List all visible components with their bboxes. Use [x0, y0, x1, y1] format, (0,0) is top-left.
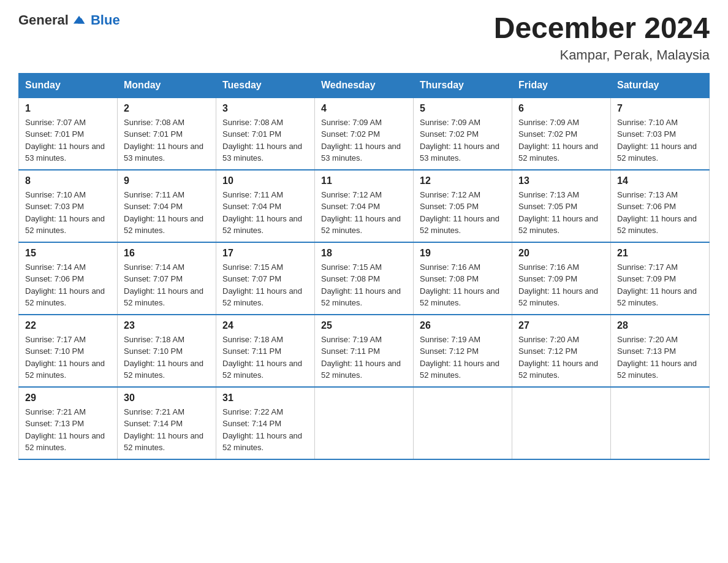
calendar-day-cell: 26 Sunrise: 7:19 AM Sunset: 7:12 PM Dayl…: [414, 315, 512, 387]
sunrise-label: Sunrise: 7:09 AM: [518, 118, 579, 127]
daylight-label: Daylight: 11 hours and 52 minutes.: [321, 214, 401, 236]
sunrise-label: Sunrise: 7:17 AM: [25, 335, 86, 344]
daylight-label: Daylight: 11 hours and 52 minutes.: [25, 431, 105, 453]
daylight-label: Daylight: 11 hours and 52 minutes.: [222, 286, 302, 308]
calendar-day-header: Saturday: [611, 73, 710, 98]
calendar-day-cell: 17 Sunrise: 7:15 AM Sunset: 7:07 PM Dayl…: [216, 242, 315, 315]
daylight-label: Daylight: 11 hours and 52 minutes.: [518, 286, 598, 308]
sunrise-label: Sunrise: 7:20 AM: [617, 335, 678, 344]
calendar-day-cell: 12 Sunrise: 7:12 AM Sunset: 7:05 PM Dayl…: [414, 170, 512, 242]
calendar-day-cell: [414, 387, 512, 459]
day-number: 22: [25, 320, 111, 331]
calendar-day-cell: 5 Sunrise: 7:09 AM Sunset: 7:02 PM Dayli…: [414, 98, 512, 170]
calendar-day-cell: 13 Sunrise: 7:13 AM Sunset: 7:05 PM Dayl…: [512, 170, 611, 242]
calendar-day-cell: 27 Sunrise: 7:20 AM Sunset: 7:12 PM Dayl…: [512, 315, 611, 387]
day-info: Sunrise: 7:09 AM Sunset: 7:02 PM Dayligh…: [321, 117, 407, 164]
sunrise-label: Sunrise: 7:17 AM: [617, 262, 678, 272]
day-number: 6: [518, 103, 604, 114]
day-info: Sunrise: 7:12 AM Sunset: 7:04 PM Dayligh…: [321, 189, 407, 237]
logo-blue: Blue: [91, 12, 120, 28]
sunrise-label: Sunrise: 7:09 AM: [420, 118, 480, 127]
calendar-day-cell: 20 Sunrise: 7:16 AM Sunset: 7:09 PM Dayl…: [512, 242, 611, 315]
day-number: 27: [518, 320, 604, 331]
sunset-label: Sunset: 7:01 PM: [124, 129, 183, 139]
calendar-day-cell: 31 Sunrise: 7:22 AM Sunset: 7:14 PM Dayl…: [216, 387, 315, 459]
title-block: December 2024 Kampar, Perak, Malaysia: [494, 12, 710, 63]
calendar-day-header: Monday: [118, 73, 216, 98]
calendar-day-cell: 23 Sunrise: 7:18 AM Sunset: 7:10 PM Dayl…: [118, 315, 216, 387]
day-info: Sunrise: 7:18 AM Sunset: 7:11 PM Dayligh…: [222, 334, 308, 381]
day-info: Sunrise: 7:14 AM Sunset: 7:06 PM Dayligh…: [25, 261, 111, 309]
day-info: Sunrise: 7:08 AM Sunset: 7:01 PM Dayligh…: [222, 117, 308, 164]
day-number: 10: [222, 175, 308, 186]
day-number: 29: [25, 393, 111, 404]
day-info: Sunrise: 7:20 AM Sunset: 7:12 PM Dayligh…: [518, 334, 604, 381]
day-info: Sunrise: 7:09 AM Sunset: 7:02 PM Dayligh…: [420, 117, 506, 164]
sunrise-label: Sunrise: 7:18 AM: [124, 335, 184, 344]
day-info: Sunrise: 7:22 AM Sunset: 7:14 PM Dayligh…: [222, 406, 308, 454]
calendar-day-cell: 21 Sunrise: 7:17 AM Sunset: 7:09 PM Dayl…: [611, 242, 710, 315]
sunset-label: Sunset: 7:02 PM: [518, 129, 577, 139]
daylight-label: Daylight: 11 hours and 52 minutes.: [617, 214, 697, 236]
sunset-label: Sunset: 7:06 PM: [617, 202, 676, 211]
day-number: 3: [222, 103, 308, 114]
sunset-label: Sunset: 7:04 PM: [222, 202, 281, 211]
sunrise-label: Sunrise: 7:07 AM: [25, 118, 86, 127]
day-info: Sunrise: 7:14 AM Sunset: 7:07 PM Dayligh…: [124, 261, 210, 309]
daylight-label: Daylight: 11 hours and 52 minutes.: [518, 359, 598, 380]
calendar-day-header: Sunday: [19, 73, 118, 98]
calendar-day-cell: 19 Sunrise: 7:16 AM Sunset: 7:08 PM Dayl…: [414, 242, 512, 315]
day-number: 5: [420, 103, 506, 114]
daylight-label: Daylight: 11 hours and 52 minutes.: [124, 359, 203, 380]
sunrise-label: Sunrise: 7:18 AM: [222, 335, 283, 344]
sunrise-label: Sunrise: 7:21 AM: [124, 407, 184, 416]
sunrise-label: Sunrise: 7:16 AM: [518, 262, 579, 272]
sunrise-label: Sunrise: 7:22 AM: [222, 407, 283, 416]
day-info: Sunrise: 7:16 AM Sunset: 7:09 PM Dayligh…: [518, 261, 604, 309]
daylight-label: Daylight: 11 hours and 52 minutes.: [420, 214, 499, 236]
sunset-label: Sunset: 7:04 PM: [124, 202, 183, 211]
sunset-label: Sunset: 7:08 PM: [420, 274, 479, 283]
day-info: Sunrise: 7:15 AM Sunset: 7:07 PM Dayligh…: [222, 261, 308, 309]
calendar-day-cell: 10 Sunrise: 7:11 AM Sunset: 7:04 PM Dayl…: [216, 170, 315, 242]
calendar-day-cell: 2 Sunrise: 7:08 AM Sunset: 7:01 PM Dayli…: [118, 98, 216, 170]
sunrise-label: Sunrise: 7:15 AM: [321, 262, 382, 272]
calendar-day-header: Friday: [512, 73, 611, 98]
day-number: 21: [617, 248, 703, 259]
calendar-week-row: 29 Sunrise: 7:21 AM Sunset: 7:13 PM Dayl…: [19, 387, 710, 459]
sunset-label: Sunset: 7:11 PM: [222, 347, 281, 356]
calendar-table: SundayMondayTuesdayWednesdayThursdayFrid…: [18, 73, 710, 460]
day-info: Sunrise: 7:16 AM Sunset: 7:08 PM Dayligh…: [420, 261, 506, 309]
day-number: 23: [124, 320, 210, 331]
sunrise-label: Sunrise: 7:13 AM: [617, 190, 678, 199]
sunrise-label: Sunrise: 7:08 AM: [222, 118, 283, 127]
calendar-day-cell: [611, 387, 710, 459]
sunset-label: Sunset: 7:11 PM: [321, 347, 380, 356]
day-info: Sunrise: 7:19 AM Sunset: 7:11 PM Dayligh…: [321, 334, 407, 381]
sunset-label: Sunset: 7:07 PM: [124, 274, 183, 283]
sunrise-label: Sunrise: 7:16 AM: [420, 262, 480, 272]
day-number: 8: [25, 175, 111, 186]
daylight-label: Daylight: 11 hours and 52 minutes.: [420, 286, 499, 308]
day-number: 17: [222, 248, 308, 259]
day-number: 16: [124, 248, 210, 259]
day-info: Sunrise: 7:07 AM Sunset: 7:01 PM Dayligh…: [25, 117, 111, 164]
sunrise-label: Sunrise: 7:19 AM: [420, 335, 480, 344]
sunrise-label: Sunrise: 7:14 AM: [25, 262, 86, 272]
sunset-label: Sunset: 7:06 PM: [25, 274, 84, 283]
logo-icon: [72, 13, 86, 27]
day-number: 30: [124, 393, 210, 404]
sunset-label: Sunset: 7:09 PM: [518, 274, 577, 283]
sunrise-label: Sunrise: 7:09 AM: [321, 118, 382, 127]
day-info: Sunrise: 7:21 AM Sunset: 7:13 PM Dayligh…: [25, 406, 111, 454]
sunset-label: Sunset: 7:02 PM: [321, 129, 380, 139]
sunset-label: Sunset: 7:01 PM: [25, 129, 84, 139]
calendar-day-cell: 18 Sunrise: 7:15 AM Sunset: 7:08 PM Dayl…: [315, 242, 414, 315]
daylight-label: Daylight: 11 hours and 52 minutes.: [617, 359, 697, 380]
day-number: 7: [617, 103, 703, 114]
day-number: 12: [420, 175, 506, 186]
day-number: 20: [518, 248, 604, 259]
month-title: December 2024: [494, 12, 710, 45]
daylight-label: Daylight: 11 hours and 52 minutes.: [222, 359, 302, 380]
daylight-label: Daylight: 11 hours and 52 minutes.: [321, 286, 401, 308]
